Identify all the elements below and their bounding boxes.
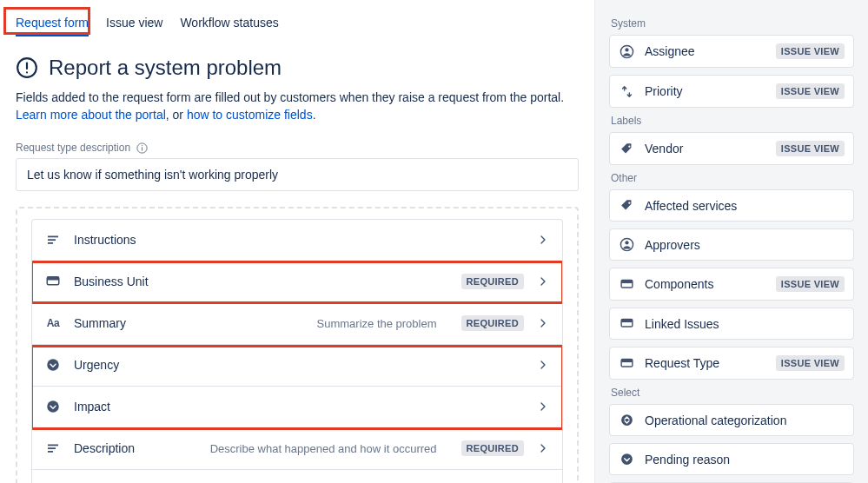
chevron-right-icon [536, 233, 550, 247]
exclamation-icon [16, 56, 38, 79]
field-row-instructions[interactable]: Instructions [32, 220, 562, 261]
field-row-summary[interactable]: Aa Summary Summarize the problem REQUIRE… [32, 303, 562, 345]
field-row-description[interactable]: Description Describe what happened and h… [32, 428, 562, 470]
card-assignee[interactable]: Assignee ISSUE VIEW [609, 35, 854, 68]
card-label: Approvers [645, 238, 845, 252]
link-learn-portal[interactable]: Learn more about the portal [16, 108, 166, 122]
lines-icon [44, 232, 62, 248]
card-label: Operational categorization [645, 414, 845, 427]
chevron-right-icon [536, 316, 550, 330]
intro-text: Fields added to the request form are fil… [16, 89, 579, 124]
tab-workflow-statuses[interactable]: Workflow statuses [180, 16, 278, 36]
card-priority[interactable]: Priority ISSUE VIEW [609, 75, 854, 108]
form-icon [44, 274, 62, 289]
section-label-select: Select [611, 387, 854, 399]
field-label: Summary [74, 316, 126, 330]
section-label-other: Other [611, 172, 854, 184]
card-label: Priority [645, 84, 765, 98]
issue-view-badge: ISSUE VIEW [776, 276, 845, 292]
chevron-right-icon [536, 358, 550, 372]
issue-view-badge: ISSUE VIEW [776, 83, 845, 99]
card-label: Affected services [645, 199, 845, 213]
select-icon [44, 357, 62, 373]
tag-icon [619, 198, 634, 213]
form-fields-dropzone: Instructions Business Unit REQUIRED Aa S… [16, 207, 579, 483]
field-label: Urgency [74, 358, 119, 372]
card-label: Components [645, 277, 765, 291]
updown-icon [619, 84, 634, 99]
chevron-right-icon [536, 275, 550, 288]
form-icon [619, 277, 634, 292]
form-fields-list: Instructions Business Unit REQUIRED Aa S… [31, 219, 563, 483]
link-customize-fields[interactable]: how to customize fields [187, 108, 313, 122]
issue-view-badge: ISSUE VIEW [776, 141, 845, 156]
field-row-attachment[interactable]: Attachment [32, 470, 562, 483]
person-icon [619, 237, 634, 252]
card-request-type[interactable]: Request Type ISSUE VIEW [609, 347, 854, 380]
card-label: Pending reason [645, 453, 845, 466]
card-operational-categorization[interactable]: Operational categorization [609, 404, 854, 436]
chevron-right-icon [536, 441, 550, 455]
card-approvers[interactable]: Approvers [609, 228, 854, 261]
field-hint: Summarize the problem [317, 317, 437, 330]
card-linked-issues[interactable]: Linked Issues [609, 308, 854, 340]
issue-view-badge: ISSUE VIEW [776, 355, 845, 371]
tab-request-form[interactable]: Request form [16, 16, 89, 36]
text-icon: Aa [44, 317, 62, 329]
card-label: Linked Issues [645, 317, 845, 331]
page-title: Report a system problem [49, 56, 282, 80]
description-label: Request type description [16, 142, 579, 155]
card-label: Request Type [645, 356, 765, 370]
double-select-icon [619, 413, 634, 427]
section-label-system: System [611, 17, 854, 30]
fields-sidebar: System Assignee ISSUE VIEW Priority ISSU… [594, 0, 868, 483]
required-badge: REQUIRED [461, 315, 524, 331]
field-label: Description [74, 441, 135, 455]
field-label: Business Unit [74, 275, 149, 288]
field-label: Impact [74, 400, 110, 414]
card-components[interactable]: Components ISSUE VIEW [609, 268, 854, 301]
field-hint: Describe what happened and how it occurr… [210, 442, 437, 455]
card-label: Vendor [645, 142, 765, 155]
description-input[interactable]: Let us know if something isn't working p… [16, 158, 579, 191]
required-badge: REQUIRED [461, 440, 524, 456]
form-icon [619, 316, 634, 331]
field-row-urgency[interactable]: Urgency [32, 345, 562, 387]
tabs: Request form Issue view Workflow statuse… [16, 16, 579, 36]
info-icon[interactable] [136, 142, 149, 155]
required-badge: REQUIRED [461, 274, 524, 289]
tag-icon [619, 142, 634, 156]
person-icon [619, 44, 634, 59]
card-affected-services[interactable]: Affected services [609, 189, 854, 222]
tab-issue-view[interactable]: Issue view [106, 16, 162, 36]
card-vendor[interactable]: Vendor ISSUE VIEW [609, 132, 854, 165]
lines-icon [44, 440, 62, 456]
field-row-impact[interactable]: Impact [32, 387, 562, 428]
form-icon [619, 356, 634, 371]
section-label-labels: Labels [611, 115, 854, 127]
issue-view-badge: ISSUE VIEW [776, 43, 845, 59]
card-label: Assignee [645, 44, 765, 58]
field-row-business-unit[interactable]: Business Unit REQUIRED [32, 261, 562, 303]
chevron-right-icon [536, 400, 550, 414]
select-icon [44, 399, 62, 414]
page-title-row: Report a system problem [16, 56, 579, 80]
main-column: Request form Issue view Workflow statuse… [0, 0, 594, 483]
select-icon [619, 452, 634, 466]
field-label: Instructions [74, 233, 136, 247]
card-pending-reason[interactable]: Pending reason [609, 443, 854, 475]
